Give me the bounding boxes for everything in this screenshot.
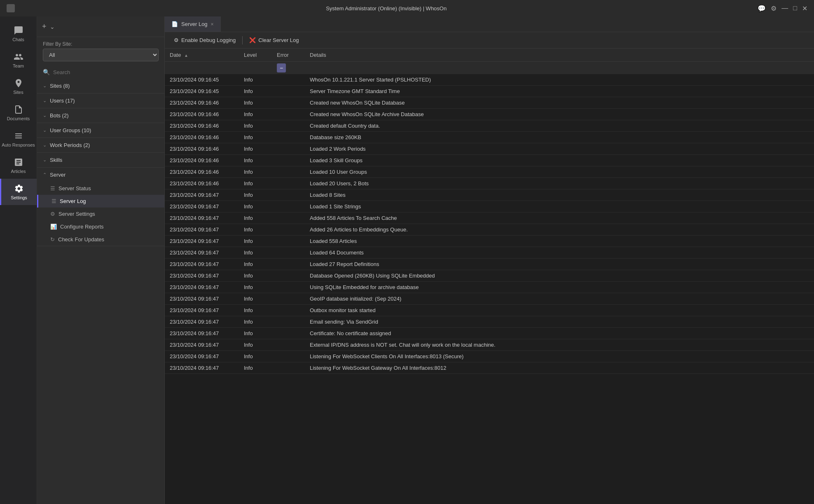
server-settings-label: Server Settings (58, 211, 95, 217)
bots-section-header[interactable]: ⌄ Bots (2) (37, 108, 164, 123)
tab-close-button[interactable]: × (211, 21, 214, 27)
cell-details: Created new WhosOn SQLite Database (305, 97, 814, 109)
cell-date: 23/10/2024 09:16:47 (165, 224, 239, 236)
skills-section-header[interactable]: ⌄ Skills (37, 153, 164, 167)
cell-date: 23/10/2024 09:16:45 (165, 74, 239, 86)
table-row: 23/10/2024 09:16:47InfoUsing SQLite Embe… (165, 282, 814, 293)
error-filter-button[interactable]: − (277, 63, 286, 72)
sidebar-chevron-button[interactable]: ⌄ (50, 23, 55, 30)
cell-date: 23/10/2024 09:16:46 (165, 109, 239, 120)
add-button[interactable]: + (42, 22, 47, 31)
nav-articles-label: Articles (11, 169, 26, 174)
enable-debug-logging-button[interactable]: ⚙ Enable Debug Logging (171, 35, 239, 45)
cell-level: Info (239, 201, 272, 212)
col-details[interactable]: Details (305, 49, 814, 62)
users-section-label: Users (17) (50, 98, 75, 104)
user-groups-section-header[interactable]: ⌄ User Groups (10) (37, 123, 164, 138)
table-row: 23/10/2024 09:16:47InfoLoaded 8 Sites (165, 189, 814, 201)
check-updates-icon: ↻ (50, 236, 55, 243)
cell-date: 23/10/2024 09:16:47 (165, 362, 239, 374)
cell-details: Created new WhosOn SQLite Archive Databa… (305, 109, 814, 120)
sites-section-header[interactable]: ⌄ Sites (8) (37, 79, 164, 93)
work-periods-section-header[interactable]: ⌄ Work Periods (2) (37, 138, 164, 152)
nav-chats[interactable]: Chats (0, 21, 37, 47)
minimize-button[interactable]: — (781, 5, 788, 12)
sidebar-item-server-settings[interactable]: ⚙ Server Settings (37, 208, 164, 220)
cell-level: Info (239, 328, 272, 339)
nav-articles[interactable]: Articles (0, 152, 37, 179)
table-row: 23/10/2024 09:16:46InfoLoaded 20 Users, … (165, 178, 814, 189)
titlebar: System Administrator (Online) (Invisible… (0, 0, 814, 16)
nav-settings[interactable]: Settings (0, 179, 37, 205)
cell-date: 23/10/2024 09:16:46 (165, 132, 239, 143)
clear-server-log-button[interactable]: ❌ Clear Server Log (246, 35, 302, 45)
sidebar-item-server-status[interactable]: ☰ Server Status (37, 182, 164, 195)
filter-select[interactable]: All (43, 49, 159, 61)
cell-level: Info (239, 247, 272, 259)
cell-date: 23/10/2024 09:16:47 (165, 305, 239, 316)
col-date[interactable]: Date ▲ (165, 49, 239, 62)
titlebar-chat-icon[interactable]: 💬 (758, 5, 766, 12)
cell-error (272, 351, 305, 362)
cell-details: Loaded 27 Report Definitions (305, 259, 814, 270)
cell-details: Loaded 3 Skill Groups (305, 155, 814, 166)
log-table-body: 23/10/2024 09:16:45InfoWhosOn 10.1.221.1… (165, 74, 814, 374)
cell-error (272, 270, 305, 282)
cell-date: 23/10/2024 09:16:47 (165, 189, 239, 201)
close-button[interactable]: ✕ (802, 5, 807, 12)
cell-error (272, 74, 305, 86)
search-bar: 🔍 (37, 65, 164, 79)
cell-error (272, 293, 305, 305)
cell-date: 23/10/2024 09:16:47 (165, 282, 239, 293)
cell-level: Info (239, 86, 272, 97)
main-layout: Chats Team Sites Documents Auto Response… (0, 16, 814, 504)
sites-chevron-icon: ⌄ (43, 83, 47, 89)
titlebar-settings-icon[interactable]: ⚙ (771, 5, 777, 12)
clear-log-icon: ❌ (249, 37, 256, 43)
cell-level: Info (239, 74, 272, 86)
sidebar-item-configure-reports[interactable]: 📊 Configure Reports (37, 220, 164, 233)
cell-details: Server Timezone GMT Standard Time (305, 86, 814, 97)
nav-auto-responses[interactable]: Auto Responses (0, 126, 37, 152)
cell-level: Info (239, 178, 272, 189)
clear-log-label: Clear Server Log (258, 37, 299, 43)
server-section-label: Server (50, 172, 65, 178)
cell-date: 23/10/2024 09:16:47 (165, 339, 239, 351)
app-logo (7, 4, 15, 12)
cell-details: GeoIP database initialized: (Sep 2024) (305, 293, 814, 305)
cell-date: 23/10/2024 09:16:46 (165, 166, 239, 178)
table-row: 23/10/2024 09:16:47InfoLoaded 27 Report … (165, 259, 814, 270)
sidebar: + ⌄ Filter By Site: All 🔍 ⌄ Sites (8) ⌄ … (37, 16, 165, 504)
cell-details: Database size 260KB (305, 132, 814, 143)
nav-sites[interactable]: Sites (0, 73, 37, 100)
server-log-tab[interactable]: 📄 Server Log × (165, 16, 221, 32)
cell-level: Info (239, 236, 272, 247)
cell-details: Loaded 2 Work Periods (305, 143, 814, 155)
server-section-header[interactable]: ⌃ Server (37, 168, 164, 182)
date-sort-icon: ▲ (184, 53, 188, 58)
cell-error (272, 282, 305, 293)
cell-error (272, 189, 305, 201)
tab-bar: 📄 Server Log × (165, 16, 814, 32)
debug-logging-icon: ⚙ (174, 37, 179, 43)
sidebar-item-server-log[interactable]: ☰ Server Log (37, 195, 164, 208)
log-table: Date ▲ Level Error Details (165, 49, 814, 374)
cell-date: 23/10/2024 09:16:47 (165, 316, 239, 328)
cell-details: Loaded 64 Documents (305, 247, 814, 259)
users-section-header[interactable]: ⌄ Users (17) (37, 93, 164, 108)
debug-logging-label: Enable Debug Logging (181, 37, 236, 43)
cell-error (272, 259, 305, 270)
cell-details: Loaded 1 Site Strings (305, 201, 814, 212)
nav-documents[interactable]: Documents (0, 100, 37, 126)
col-error[interactable]: Error (272, 49, 305, 62)
cell-details: Email sending: Via SendGrid (305, 316, 814, 328)
table-row: 23/10/2024 09:16:47InfoLoaded 64 Documen… (165, 247, 814, 259)
cell-error (272, 339, 305, 351)
cell-error (272, 143, 305, 155)
maximize-button[interactable]: □ (793, 5, 797, 12)
sidebar-item-check-for-updates[interactable]: ↻ Check For Updates (37, 233, 164, 246)
search-input[interactable] (53, 69, 159, 75)
nav-team[interactable]: Team (0, 47, 37, 73)
col-level[interactable]: Level (239, 49, 272, 62)
check-for-updates-label: Check For Updates (58, 236, 104, 243)
